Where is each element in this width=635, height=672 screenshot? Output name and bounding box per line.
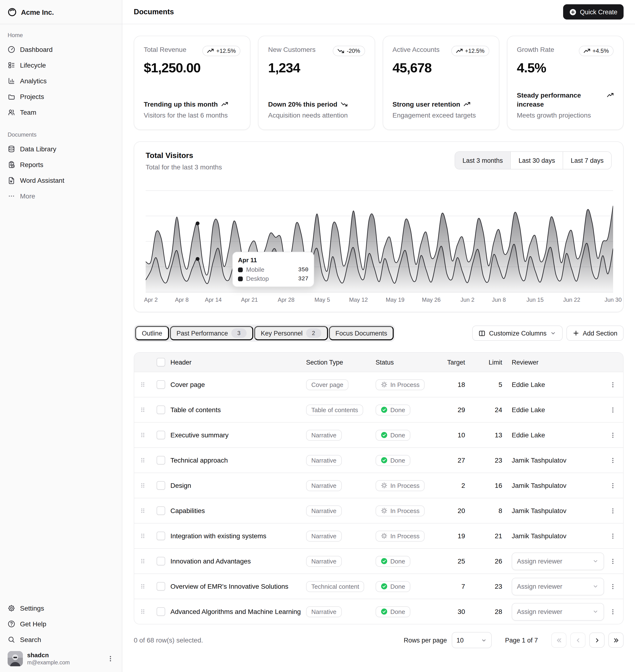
target-cell[interactable]: 29: [442, 406, 465, 413]
tab-key-personnel[interactable]: Key Personnel2: [254, 326, 328, 340]
row-menu-button[interactable]: [602, 431, 623, 439]
row-menu-button[interactable]: [602, 507, 623, 514]
row-checkbox[interactable]: [157, 582, 165, 590]
row-checkbox[interactable]: [157, 557, 165, 565]
last-page-button[interactable]: [608, 632, 623, 648]
select-all-checkbox[interactable]: [157, 358, 165, 366]
target-cell[interactable]: 27: [442, 456, 465, 464]
drag-handle[interactable]: [134, 432, 151, 438]
target-cell[interactable]: 18: [442, 381, 465, 388]
row-header-cell[interactable]: Integration with existing systems: [170, 532, 306, 540]
row-menu-button[interactable]: [602, 608, 623, 615]
row-checkbox[interactable]: [157, 456, 165, 465]
row-header-cell[interactable]: Design: [170, 481, 306, 489]
limit-cell[interactable]: 13: [465, 431, 502, 439]
next-page-button[interactable]: [589, 632, 605, 648]
tab-outline[interactable]: Outline: [135, 326, 169, 340]
row-checkbox[interactable]: [157, 481, 165, 490]
limit-cell[interactable]: 8: [465, 507, 502, 514]
drag-handle[interactable]: [134, 608, 151, 615]
quick-create-button[interactable]: Quick Create: [563, 4, 623, 20]
row-menu-button[interactable]: [602, 381, 623, 388]
sidebar-item-projects[interactable]: Projects: [4, 89, 118, 104]
drag-handle[interactable]: [134, 507, 151, 514]
limit-cell[interactable]: 16: [465, 481, 502, 489]
row-checkbox[interactable]: [157, 405, 165, 414]
row-menu-button[interactable]: [602, 457, 623, 464]
target-cell[interactable]: 20: [442, 507, 465, 514]
first-page-button[interactable]: [551, 632, 566, 648]
metric-card: New Customers-20%1,234Down 20% this peri…: [258, 36, 375, 130]
row-header-cell[interactable]: Executive summary: [170, 431, 306, 439]
sidebar-item-settings[interactable]: Settings: [4, 600, 118, 616]
sidebar-item-reports[interactable]: Reports: [4, 157, 118, 172]
tab-label: Past Performance: [177, 330, 228, 337]
row-checkbox[interactable]: [157, 507, 165, 515]
rows-per-page-select[interactable]: 10: [452, 632, 492, 648]
row-menu-button[interactable]: [602, 406, 623, 413]
range-last-3-months[interactable]: Last 3 months: [455, 152, 510, 169]
range-last-30-days[interactable]: Last 30 days: [510, 152, 563, 169]
target-cell[interactable]: 30: [442, 608, 465, 615]
target-cell[interactable]: 10: [442, 431, 465, 439]
area-chart-svg[interactable]: [146, 180, 613, 293]
assign-reviewer-select[interactable]: Assign reviewer: [512, 603, 604, 620]
drag-handle[interactable]: [134, 558, 151, 564]
sidebar-item-data-library[interactable]: Data Library: [4, 141, 118, 157]
limit-cell[interactable]: 28: [465, 608, 502, 615]
drag-handle[interactable]: [134, 533, 151, 539]
sidebar-item-analytics[interactable]: Analytics: [4, 73, 118, 89]
target-cell[interactable]: 25: [442, 557, 465, 565]
row-header-cell[interactable]: Innovation and Advantages: [170, 557, 306, 565]
row-header-cell[interactable]: Technical approach: [170, 456, 306, 464]
limit-cell[interactable]: 24: [465, 406, 502, 413]
row-menu-button[interactable]: [602, 558, 623, 565]
drag-handle[interactable]: [134, 381, 151, 388]
area-chart[interactable]: Apr 11 Mobile 350 Desktop 327 Apr 2Apr 8…: [146, 180, 612, 306]
tab-past-performance[interactable]: Past Performance3: [170, 326, 253, 340]
sidebar-item-lifecycle[interactable]: Lifecycle: [4, 57, 118, 73]
drag-handle[interactable]: [134, 406, 151, 413]
sidebar-item-word-assistant[interactable]: Word Assistant: [4, 172, 118, 188]
sidebar-item-dashboard[interactable]: Dashboard: [4, 41, 118, 57]
search-icon: [8, 635, 15, 643]
prev-page-button[interactable]: [570, 632, 586, 648]
limit-cell[interactable]: 23: [465, 583, 502, 590]
row-menu-button[interactable]: [602, 532, 623, 539]
sidebar-item-get-help[interactable]: Get Help: [4, 616, 118, 631]
dots-vertical-icon[interactable]: [107, 655, 114, 663]
range-last-7-days[interactable]: Last 7 days: [563, 152, 611, 169]
row-header-cell[interactable]: Capabilities: [170, 507, 306, 514]
drag-handle[interactable]: [134, 583, 151, 590]
row-header-cell[interactable]: Overview of EMR's Innovative Solutions: [170, 583, 306, 590]
assign-reviewer-select[interactable]: Assign reviewer: [512, 552, 604, 570]
user-menu[interactable]: shadcn m@example.com: [4, 647, 118, 670]
row-menu-button[interactable]: [602, 482, 623, 489]
tab-focus-documents[interactable]: Focus Documents: [329, 326, 394, 340]
target-cell[interactable]: 7: [442, 583, 465, 590]
row-menu-button[interactable]: [602, 583, 623, 590]
row-header-cell[interactable]: Advanced Algorithms and Machine Learning: [170, 608, 306, 615]
assign-reviewer-select[interactable]: Assign reviewer: [512, 578, 604, 595]
row-checkbox[interactable]: [157, 607, 165, 616]
sidebar-header[interactable]: Acme Inc.: [0, 0, 122, 24]
row-checkbox[interactable]: [157, 431, 165, 439]
add-section-button[interactable]: Add Section: [566, 326, 623, 341]
limit-cell[interactable]: 21: [465, 532, 502, 540]
sidebar-item-search[interactable]: Search: [4, 631, 118, 647]
sidebar-item-more[interactable]: More: [4, 188, 118, 204]
row-checkbox[interactable]: [157, 380, 165, 389]
drag-handle[interactable]: [134, 482, 151, 489]
limit-cell[interactable]: 5: [465, 381, 502, 388]
limit-cell[interactable]: 26: [465, 557, 502, 565]
row-checkbox[interactable]: [157, 532, 165, 540]
sidebar-item-team[interactable]: Team: [4, 104, 118, 120]
row-header-cell[interactable]: Cover page: [170, 381, 306, 388]
limit-cell[interactable]: 23: [465, 456, 502, 464]
target-cell[interactable]: 2: [442, 481, 465, 489]
row-header-cell[interactable]: Table of contents: [170, 406, 306, 413]
customize-columns-button[interactable]: Customize Columns: [473, 326, 563, 341]
drag-handle[interactable]: [134, 457, 151, 464]
target-cell[interactable]: 19: [442, 532, 465, 540]
x-axis-tick: May 19: [386, 296, 404, 303]
